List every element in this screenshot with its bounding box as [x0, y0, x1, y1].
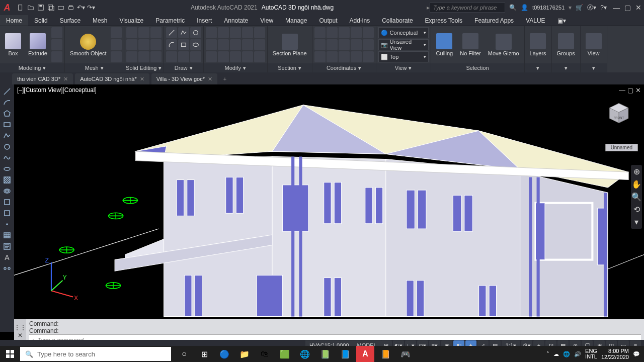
mirror-icon[interactable]	[206, 39, 217, 50]
mesh-less-icon[interactable]	[111, 39, 122, 50]
erase-icon[interactable]	[242, 27, 253, 38]
layers-button[interactable]: Layers	[527, 32, 549, 57]
nav-orbit-icon[interactable]: ⟲	[633, 205, 640, 214]
tray-network-icon[interactable]: 🌐	[563, 351, 570, 357]
rectangle-icon[interactable]	[178, 39, 189, 50]
extrude-face-icon[interactable]	[126, 39, 137, 50]
spline-icon[interactable]	[178, 51, 189, 62]
cmd-handle-icon[interactable]: ⋮⋮	[14, 324, 26, 331]
nav-pan-icon[interactable]: ✋	[631, 179, 641, 189]
qat-redo-icon[interactable]: ↷▾	[87, 3, 96, 12]
culling-button[interactable]: Culling	[433, 32, 456, 57]
ucs-named-icon[interactable]	[327, 51, 338, 62]
explorer-icon[interactable]: 📁	[235, 346, 254, 362]
edge-icon[interactable]: 🔵	[215, 346, 233, 362]
app3-icon[interactable]: 📙	[376, 346, 394, 362]
close-icon[interactable]: ✕	[140, 76, 144, 82]
qat-saveas-icon[interactable]	[46, 3, 55, 12]
panel-mesh[interactable]: Mesh ▾	[65, 63, 124, 72]
close-button[interactable]: ✕	[633, 2, 644, 13]
tray-expand-icon[interactable]: ˄	[546, 351, 549, 357]
mesh-more-icon[interactable]	[111, 27, 122, 38]
tab-featured[interactable]: Featured Apps	[468, 15, 520, 26]
drawing-canvas[interactable]: [–][Custom View][Conceptual] — ▢ ✕	[14, 84, 644, 332]
tool-mtext-icon[interactable]	[2, 241, 12, 251]
ucs-y-icon[interactable]	[363, 27, 374, 38]
panel-modify[interactable]: Modify ▾	[204, 63, 267, 72]
tool-polygon-icon[interactable]	[2, 109, 12, 119]
ucs-3point-icon[interactable]	[363, 39, 374, 50]
panel-draw[interactable]: Draw ▾	[164, 63, 203, 72]
tab-annotate[interactable]: Annotate	[218, 15, 254, 26]
rotate-icon[interactable]	[218, 27, 229, 38]
section-plane-button[interactable]: Section Plane	[270, 33, 310, 57]
tab-insert[interactable]: Insert	[191, 15, 218, 26]
qat-new-icon[interactable]	[16, 3, 25, 12]
tool-region-icon[interactable]	[2, 186, 12, 196]
union-icon[interactable]	[126, 27, 137, 38]
word-icon[interactable]: 📘	[336, 346, 354, 362]
ucs-origin-icon[interactable]	[314, 51, 326, 62]
3drotate-icon[interactable]	[242, 51, 253, 62]
tab-value[interactable]: VALUE	[520, 15, 551, 26]
ucs-z-icon[interactable]	[314, 39, 326, 50]
qat-open-icon[interactable]	[26, 3, 35, 12]
ucs-face-icon[interactable]	[351, 39, 362, 50]
taskview-icon[interactable]: ⊞	[195, 346, 213, 362]
store-icon[interactable]: 🛍	[256, 346, 274, 362]
panel-solid-editing[interactable]: Solid Editing ▾	[124, 63, 164, 72]
tool-hatch-icon[interactable]	[2, 175, 12, 185]
line-icon[interactable]	[166, 27, 177, 38]
help-search-input[interactable]: Type a keyword or phrase	[430, 3, 505, 13]
tool-rect-icon[interactable]	[2, 120, 12, 130]
tab-express[interactable]: Express Tools	[419, 15, 468, 26]
tool-pline-icon[interactable]	[2, 131, 12, 141]
tool-arc-icon[interactable]	[2, 98, 12, 108]
tool-text-icon[interactable]: A	[2, 252, 12, 262]
ucs-object-icon[interactable]	[339, 39, 350, 50]
qat-undo-icon[interactable]: ↶▾	[76, 3, 86, 12]
ribbon-options-icon[interactable]: ▣▾	[551, 15, 572, 26]
taper-face-icon[interactable]	[138, 39, 149, 50]
minimize-button[interactable]: —	[611, 2, 622, 13]
tab-surface[interactable]: Surface	[54, 15, 87, 26]
visual-style-dropdown[interactable]: 🔵Conceptual	[378, 27, 429, 38]
groups-button[interactable]: Groups	[554, 32, 578, 57]
ucs-icon[interactable]	[314, 27, 326, 38]
scale-icon[interactable]	[254, 39, 265, 50]
qat-print-icon[interactable]	[66, 3, 75, 12]
close-icon[interactable]: ✕	[208, 76, 212, 82]
polysolid-icon[interactable]	[51, 27, 62, 38]
nav-zoom-icon[interactable]: 🔍	[631, 192, 641, 202]
maximize-button[interactable]: ▢	[622, 2, 633, 13]
user-name[interactable]: t0918176251	[532, 5, 565, 11]
chamfer-edge-icon[interactable]	[138, 51, 149, 62]
box-button[interactable]: Box	[2, 32, 24, 57]
ucs-x-icon[interactable]	[351, 27, 362, 38]
tool-circle-icon[interactable]	[2, 142, 12, 152]
explode-icon[interactable]	[230, 39, 241, 50]
nav-view-dropdown[interactable]: ⬜Top	[378, 51, 429, 62]
trim-icon[interactable]	[230, 27, 241, 38]
fillet-icon[interactable]	[218, 39, 229, 50]
tool-ellipse-icon[interactable]	[2, 164, 12, 174]
file-tab-1[interactable]: thu vien CAD 3D*✕	[12, 73, 73, 84]
app4-icon[interactable]: 🎮	[396, 346, 415, 362]
tab-mesh[interactable]: Mesh	[87, 15, 113, 26]
slice-icon[interactable]	[150, 51, 162, 62]
tool-more-icon[interactable]	[2, 263, 12, 274]
cart-icon[interactable]: 🛒	[576, 4, 583, 11]
subtract-icon[interactable]	[138, 27, 149, 38]
panel-view[interactable]: View ▾	[376, 63, 431, 72]
tab-visualize[interactable]: Visualize	[113, 15, 149, 26]
shell-icon[interactable]	[150, 39, 162, 50]
nav-fullnav-icon[interactable]: ⊕	[633, 167, 640, 176]
nav-showmotion-icon[interactable]: ▾	[634, 217, 638, 227]
move-gizmo-button[interactable]: Move Gizmo	[485, 33, 522, 57]
panel-modeling[interactable]: Modeling ▾	[0, 63, 64, 72]
file-tab-2[interactable]: AutoCAD 3D ngôi nhà*✕	[75, 73, 149, 84]
viewcube-label[interactable]: Unnamed	[605, 144, 638, 151]
3dscale-icon[interactable]	[254, 51, 265, 62]
tray-clock[interactable]: 8:00 PM12/22/2020	[601, 348, 629, 360]
cmd-close-icon[interactable]: ✕	[18, 332, 23, 339]
